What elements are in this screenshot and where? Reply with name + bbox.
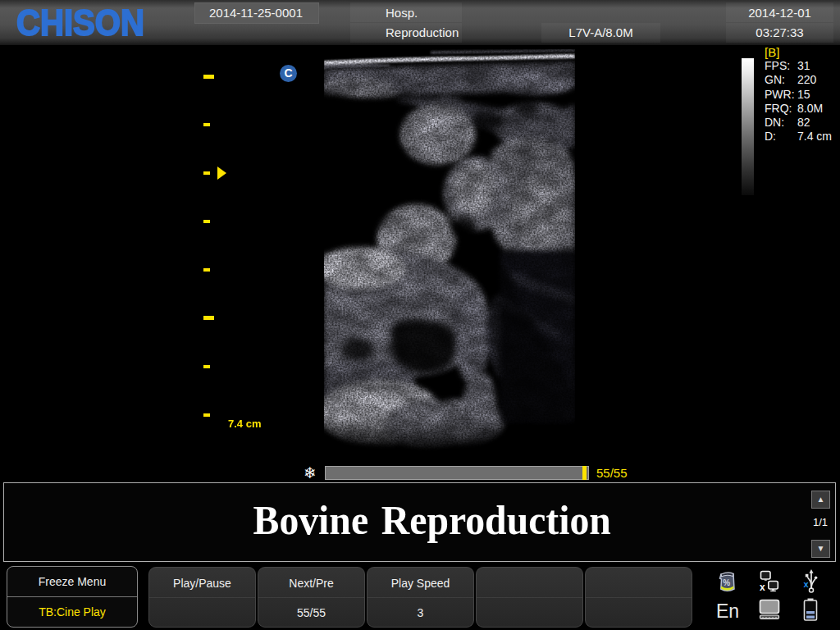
- svg-text:x: x: [760, 582, 765, 592]
- svg-text:x: x: [804, 579, 810, 589]
- svg-text:%: %: [723, 578, 730, 587]
